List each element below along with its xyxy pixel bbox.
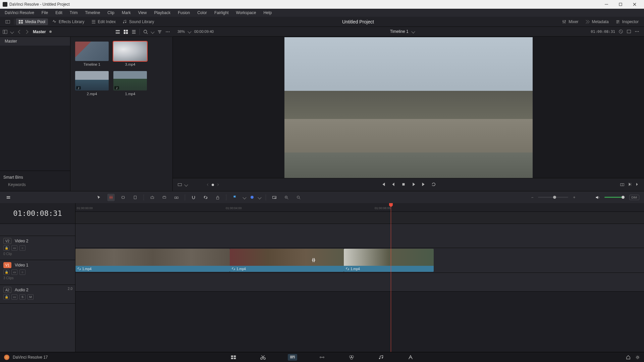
flag-icon[interactable] — [231, 194, 238, 201]
viewer-zoom-percent[interactable]: 38% — [177, 29, 185, 34]
menu-timeline[interactable]: Timeline — [82, 9, 103, 16]
single-viewer-icon[interactable] — [627, 29, 631, 34]
thumbnail-view-icon[interactable] — [115, 29, 120, 34]
menu-edit[interactable]: Edit — [52, 9, 66, 16]
viewer-more-icon[interactable] — [635, 29, 639, 34]
timeline-view-options-icon[interactable] — [5, 194, 12, 201]
track-header-a2[interactable]: 2.0 A2Audio 2 🔒▭SM — [0, 285, 75, 304]
bin-list-toggle-icon[interactable] — [3, 29, 7, 34]
edit-index-toggle[interactable]: Edit Index — [89, 18, 118, 25]
deliver-page-button[interactable] — [406, 354, 415, 361]
track-tag-v2[interactable]: V2 — [3, 238, 11, 244]
track-disable-icon[interactable]: ○ — [19, 269, 25, 275]
bin-master[interactable]: Master — [0, 37, 70, 46]
color-page-button[interactable] — [347, 354, 356, 361]
link-toggle-icon[interactable] — [202, 194, 209, 201]
zoom-slider[interactable] — [538, 197, 568, 198]
insert-clip-icon[interactable] — [149, 194, 156, 201]
flag-color-chevron[interactable] — [243, 195, 246, 199]
track-mute-icon[interactable]: M — [28, 294, 34, 300]
timeline-canvas[interactable]: 01:00:00:00 01:00:04:00 01:00:08:00 1.mp… — [75, 203, 644, 352]
volume-slider[interactable] — [604, 197, 625, 198]
loop-button[interactable] — [431, 182, 436, 188]
match-frame-prev-icon[interactable] — [206, 183, 209, 186]
cut-page-button[interactable] — [258, 354, 268, 361]
last-edit-button[interactable] — [635, 182, 639, 187]
track-tag-v1[interactable]: V1 — [3, 262, 11, 268]
zoom-in-button[interactable]: + — [573, 195, 575, 200]
match-frame-next-icon[interactable] — [217, 183, 219, 186]
viewer-preview[interactable] — [284, 37, 533, 178]
trim-tool-icon[interactable] — [107, 194, 115, 201]
smart-bins-header[interactable]: Smart Bins — [3, 174, 67, 181]
home-button-icon[interactable] — [626, 355, 631, 360]
dynamic-trim-icon[interactable] — [119, 194, 127, 201]
timeline-select-chevron[interactable] — [411, 29, 415, 33]
media-clip-3mp4[interactable]: 3.mp4 — [113, 42, 147, 66]
track-tag-a2[interactable]: A2 — [3, 287, 11, 293]
zoom-out-button[interactable]: − — [531, 195, 533, 200]
timeline-ruler[interactable]: 01:00:00:00 01:00:04:00 01:00:08:00 — [75, 203, 644, 212]
fusion-page-button[interactable] — [317, 354, 327, 361]
fairlight-page-button[interactable] — [376, 354, 386, 361]
next-edit-button[interactable] — [628, 182, 632, 187]
zoom-to-fit-icon[interactable] — [271, 194, 278, 201]
list-view-icon[interactable] — [131, 29, 136, 34]
media-clip-timeline1[interactable]: Timeline 1 — [75, 42, 109, 66]
menu-fusion[interactable]: Fusion — [174, 9, 193, 16]
track-header-v2[interactable]: V2Video 2 🔒▭○ 0 Clip — [0, 236, 75, 260]
track-auto-select-icon[interactable]: ▭ — [11, 245, 17, 251]
timeline-clip[interactable]: 1.mp4 — [75, 249, 230, 272]
blade-tool-icon[interactable] — [131, 194, 139, 201]
metadata-toggle[interactable]: Metadata — [583, 18, 611, 25]
custom-zoom-icon[interactable] — [295, 194, 302, 201]
effects-library-toggle[interactable]: Effects Library — [49, 18, 87, 25]
track-lock-icon[interactable]: 🔒 — [3, 245, 9, 251]
match-frame-icon[interactable] — [620, 182, 625, 187]
menu-color[interactable]: Color — [194, 9, 210, 16]
track-lane-a2[interactable] — [75, 273, 644, 292]
nav-fwd-icon[interactable] — [25, 29, 30, 34]
stop-button[interactable] — [401, 182, 406, 188]
menu-trim[interactable]: Trim — [66, 9, 81, 16]
track-disable-icon[interactable]: ○ — [19, 245, 25, 251]
viewer-mode-icon[interactable] — [177, 182, 182, 187]
window-close-button[interactable] — [628, 0, 641, 8]
snap-toggle-icon[interactable] — [190, 194, 197, 201]
inspector-toggle[interactable]: Inspector — [613, 18, 641, 25]
track-arm-icon[interactable]: ▭ — [11, 294, 17, 300]
step-back-button[interactable] — [391, 182, 396, 188]
menu-file[interactable]: File — [38, 9, 51, 16]
jump-first-button[interactable] — [381, 182, 386, 188]
track-lock-icon[interactable]: 🔒 — [3, 269, 9, 275]
selection-tool-icon[interactable] — [95, 194, 103, 201]
detail-zoom-icon[interactable] — [283, 194, 290, 201]
window-minimize-button[interactable] — [600, 0, 613, 8]
track-auto-select-icon[interactable]: ▭ — [11, 269, 17, 275]
window-maximize-button[interactable] — [614, 0, 627, 8]
zoom-chevron-icon[interactable] — [187, 29, 191, 33]
layout-toggle-button[interactable] — [3, 18, 13, 25]
menu-workspace[interactable]: Workspace — [233, 9, 260, 16]
media-page-button[interactable] — [229, 354, 238, 361]
timeline-name[interactable]: Timeline 1 — [390, 29, 409, 34]
edit-page-button[interactable] — [288, 354, 297, 361]
playhead[interactable] — [391, 203, 391, 352]
sort-icon[interactable] — [157, 29, 162, 34]
replace-clip-icon[interactable] — [173, 194, 180, 201]
sound-library-toggle[interactable]: Sound Library — [120, 18, 157, 25]
play-button[interactable] — [411, 182, 416, 188]
bypass-grades-icon[interactable] — [619, 29, 623, 34]
track-lock-icon[interactable]: 🔒 — [3, 294, 9, 300]
viewer-mode-chevron[interactable] — [184, 183, 188, 186]
menu-playback[interactable]: Playback — [151, 9, 174, 16]
marker-icon[interactable] — [251, 196, 254, 199]
timeline-clip[interactable]: 1.mp4 — [344, 249, 434, 272]
nav-back-icon[interactable] — [17, 29, 21, 34]
jump-last-button[interactable] — [421, 182, 426, 188]
menu-clip[interactable]: Clip — [104, 9, 118, 16]
track-lane-v1[interactable]: 1.mp4 1.mp4 1.mp4 — [75, 248, 644, 273]
search-options-chevron[interactable] — [151, 30, 154, 34]
mixer-toggle[interactable]: Mixer — [559, 18, 581, 25]
menu-view[interactable]: View — [135, 9, 150, 16]
